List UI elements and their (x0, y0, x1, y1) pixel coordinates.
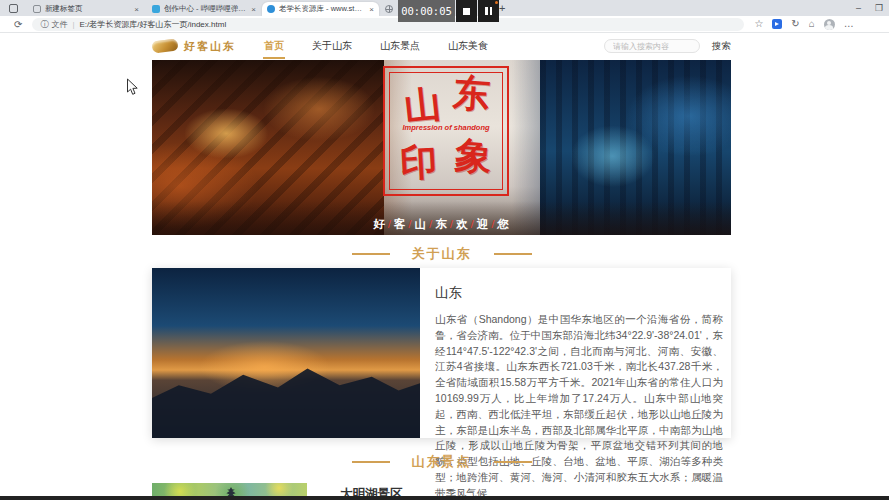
tab-close-icon[interactable]: × (251, 5, 256, 14)
bilibili-favicon-icon (152, 5, 160, 13)
search-button[interactable]: 搜索 (712, 40, 731, 53)
search-input[interactable] (604, 39, 700, 53)
screen-recording-overlay: 00:00:05 (398, 0, 499, 22)
site-logo-icon (151, 38, 178, 54)
home-icon[interactable]: ⌂ (809, 19, 815, 29)
about-photo-mount-tai (152, 268, 420, 438)
hero-welcome-text: 好/客/山/东/欢/迎/您 (152, 217, 731, 232)
site-logo-text: 好客山东 (184, 39, 236, 54)
decorative-line (494, 461, 532, 463)
calligraphy-char: 印 (399, 143, 438, 182)
seal-frame: 山 东 Impression of shandong 印 象 (383, 66, 509, 196)
nav-item-spots[interactable]: 山东景点 (378, 33, 422, 59)
site-search: 搜索 (604, 39, 731, 53)
browser-tab-bilibili[interactable]: 创作中心 - 哔哩哔哩弹幕视频网 × (147, 2, 261, 16)
about-card-title: 山东 (435, 284, 723, 302)
page-viewport: 好客山东 首页 关于山东 山东景点 山东美食 搜索 山 东 (0, 33, 889, 500)
tab-close-icon[interactable]: × (134, 5, 139, 14)
address-scheme-label: 文件 (51, 19, 67, 30)
extension-icon[interactable] (772, 19, 782, 29)
about-card: 山东 山东省（Shandong）是中国华东地区的一个沿海省份，简称鲁，省会济南。… (152, 268, 731, 438)
about-text-block: 山东 山东省（Shandong）是中国华东地区的一个沿海省份，简称鲁，省会济南。… (420, 268, 731, 438)
stop-icon (463, 8, 470, 15)
screenshot-root: 新建标签页 × 创作中心 - 哔哩哔哩弹幕视频网 × 老学长资源库 - www.… (0, 0, 889, 500)
site-header: 好客山东 首页 关于山东 山东景点 山东美食 搜索 (152, 33, 731, 59)
tab-close-icon[interactable]: × (369, 5, 374, 14)
history-icon[interactable]: ↻ (791, 19, 799, 29)
favorite-star-icon[interactable]: ☆ (754, 19, 763, 29)
decorative-line (352, 253, 390, 255)
info-icon[interactable]: ⓘ (40, 19, 48, 30)
recording-pause-button[interactable] (478, 0, 499, 22)
profile-avatar[interactable] (824, 19, 835, 30)
address-separator: | (72, 20, 74, 29)
globe-favicon-icon (385, 5, 393, 13)
tab-actions-icon[interactable] (9, 4, 18, 13)
new-tab-button[interactable]: + (499, 2, 505, 14)
seal-inner-frame: 山 东 Impression of shandong 印 象 (389, 72, 503, 190)
calligraphy-subtitle: Impression of shandong (390, 123, 502, 132)
tab-title: 新建标签页 (45, 4, 130, 14)
browser-tab-newtab[interactable]: 新建标签页 × (28, 2, 144, 16)
mountain-silhouette (152, 333, 420, 438)
bottom-dark-strip (0, 496, 889, 500)
nav-item-food[interactable]: 山东美食 (446, 33, 490, 59)
refresh-icon[interactable]: ⟳ (14, 19, 22, 30)
tab-title: 老学长资源库 - www.stuziyuan… (279, 4, 365, 14)
recording-stop-button[interactable] (456, 0, 477, 22)
address-url[interactable]: E:/老学长资源库/好客山东一页/index.html (79, 19, 226, 30)
hero-banner: 山 东 Impression of shandong 印 象 好/客/山/东/欢… (152, 60, 731, 235)
about-paragraph: 山东省（Shandong）是中国华东地区的一个沿海省份，简称鲁，省会济南。位于中… (435, 312, 723, 500)
decorative-line (352, 461, 390, 463)
calligraphy-char: 象 (453, 136, 493, 176)
resource-favicon-icon (267, 5, 275, 13)
calligraphy-char: 东 (452, 74, 491, 113)
site-nav-links: 首页 关于山东 山东景点 山东美食 (262, 33, 490, 59)
about-section-title: 关于山东 (152, 245, 731, 263)
nav-item-about[interactable]: 关于山东 (310, 33, 354, 59)
browser-tab-active-resource[interactable]: 老学长资源库 - www.stuziyuan… × (262, 2, 379, 16)
recording-indicator-dot (495, 1, 498, 4)
newtab-favicon-icon (33, 5, 41, 13)
decorative-line (494, 253, 532, 255)
toolbar-icons: ☆ ↻ ⌂ … (754, 19, 853, 30)
address-bar[interactable]: ⓘ 文件 | E:/老学长资源库/好客山东一页/index.html (32, 18, 744, 31)
recording-timer: 00:00:05 (398, 0, 455, 22)
calligraphy-char: 山 (402, 85, 443, 126)
window-controls: – ❐ (856, 0, 883, 16)
site-logo[interactable]: 好客山东 (152, 39, 236, 54)
nav-item-home[interactable]: 首页 (262, 33, 286, 59)
spots-section-title: 山东景点 (152, 453, 731, 471)
minimize-button[interactable]: – (856, 4, 861, 13)
tab-title: 创作中心 - 哔哩哔哩弹幕视频网 (164, 4, 247, 14)
pause-icon (485, 7, 492, 15)
more-menu-icon[interactable]: … (844, 19, 854, 29)
mouse-cursor (126, 78, 139, 101)
restore-button[interactable]: ❐ (875, 4, 883, 13)
